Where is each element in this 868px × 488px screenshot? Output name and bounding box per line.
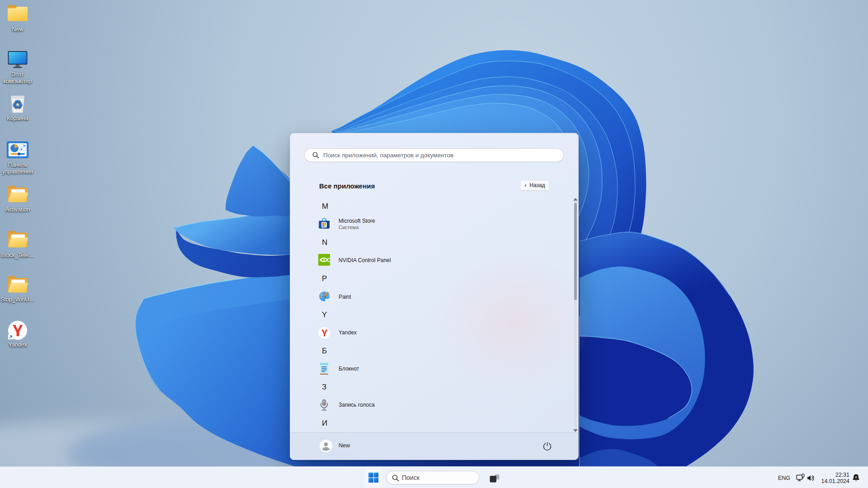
svg-text:♻: ♻: [12, 98, 23, 111]
svg-text:z: z: [855, 475, 857, 479]
